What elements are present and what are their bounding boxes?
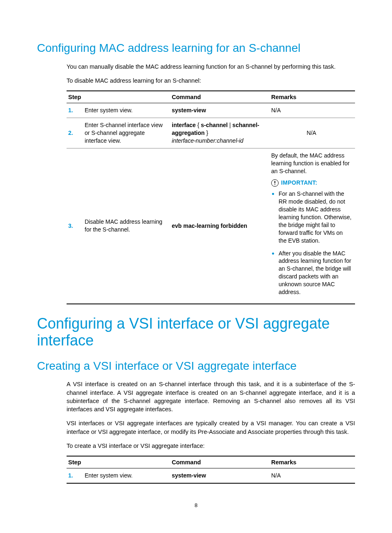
table-row: 3. Disable MAC address learning for the …: [67, 148, 355, 304]
command-keyword: interface: [172, 122, 196, 128]
steps-table-mac-learning: Step Command Remarks 1. Enter system vie…: [67, 90, 355, 304]
step-number: 3.: [67, 148, 83, 304]
important-callout: IMPORTANT:: [271, 179, 352, 187]
col-step: Step: [67, 456, 170, 468]
command-option: s-channel: [201, 122, 228, 128]
col-command: Command: [170, 91, 270, 103]
col-command: Command: [170, 456, 270, 468]
command-text: system-view: [172, 107, 206, 114]
paragraph: A VSI interface is created on an S-chann…: [67, 380, 355, 413]
paragraph: You can manually disable the MAC address…: [67, 63, 355, 71]
remarks-bullets: For an S-channel with the RR mode disabl…: [271, 189, 352, 296]
section-heading-vsi: Configuring a VSI interface or VSI aggre…: [37, 315, 355, 349]
paragraph: VSI interfaces or VSI aggregate interfac…: [67, 419, 355, 436]
step-remarks: By default, the MAC address learning fun…: [270, 148, 355, 304]
step-number: 1.: [67, 103, 83, 118]
table-header-row: Step Command Remarks: [67, 456, 355, 468]
step-description: Disable MAC address learning for the S-c…: [83, 148, 170, 304]
step-remarks: N/A: [270, 103, 355, 118]
important-icon: [271, 179, 279, 187]
table-row: 1. Enter system view. system-view N/A: [67, 103, 355, 118]
important-label: IMPORTANT:: [281, 179, 317, 187]
command-text: system-view: [172, 472, 206, 479]
steps-table-vsi: Step Command Remarks 1. Enter system vie…: [67, 456, 355, 484]
col-step: Step: [67, 91, 170, 103]
paragraph: To create a VSI interface or VSI aggrega…: [67, 442, 355, 450]
page-number: 8: [0, 502, 392, 508]
col-remarks: Remarks: [270, 91, 355, 103]
section-heading-mac-learning: Configuring MAC address learning for an …: [37, 41, 355, 55]
subsection-heading-creating-vsi: Creating a VSI interface or VSI aggregat…: [37, 359, 355, 373]
table-row: 2. Enter S-channel interface view or S-c…: [67, 118, 355, 148]
list-item: After you disable the MAC address learni…: [279, 249, 352, 296]
step-command: system-view: [170, 103, 270, 118]
table-row: 1. Enter system view. system-view N/A: [67, 468, 355, 483]
command-text: evb mac-learning forbidden: [172, 222, 247, 229]
step-remarks: N/A: [270, 468, 355, 483]
col-remarks: Remarks: [270, 456, 355, 468]
step-number: 1.: [67, 468, 83, 483]
step-description: Enter system view.: [83, 468, 170, 483]
step-remarks: N/A: [270, 118, 355, 148]
paragraph: To disable MAC address learning for an S…: [67, 76, 355, 85]
step-number: 2.: [67, 118, 83, 148]
list-item: For an S-channel with the RR mode disabl…: [279, 189, 352, 244]
remarks-intro: By default, the MAC address learning fun…: [271, 152, 352, 175]
step-description: Enter S-channel interface view or S-chan…: [83, 118, 170, 148]
step-command: system-view: [170, 468, 270, 483]
step-description: Enter system view.: [83, 103, 170, 118]
document-page: Configuring MAC address learning for an …: [0, 0, 392, 533]
step-command: interface { s-channel | schannel-aggrega…: [170, 118, 270, 148]
table-header-row: Step Command Remarks: [67, 91, 355, 103]
command-arg: interface-number:channel-id: [172, 137, 243, 144]
step-command: evb mac-learning forbidden: [170, 148, 270, 304]
